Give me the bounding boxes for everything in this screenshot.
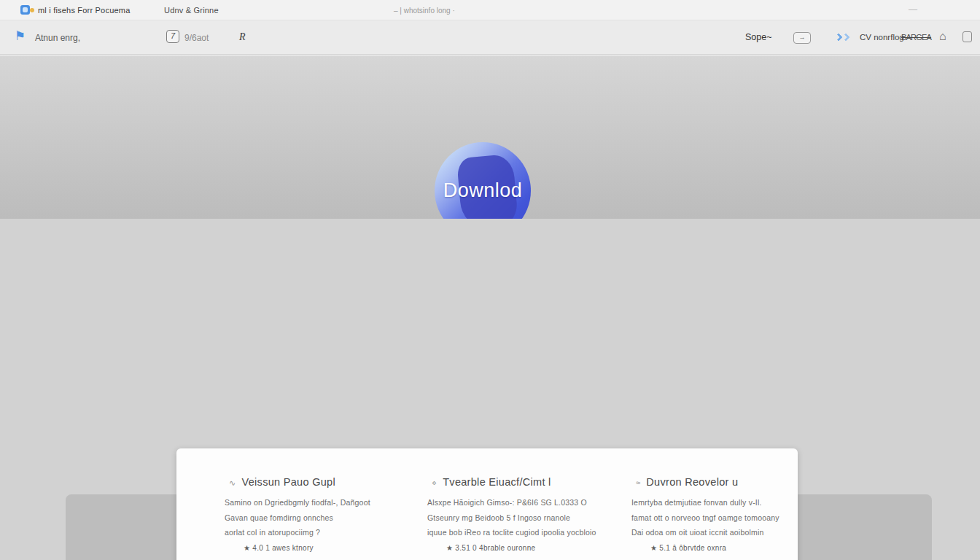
tab-hint-text: – | whotsinfo long ·	[394, 7, 455, 15]
rating-text: ★ 3.51 0 4brable ouronne	[446, 544, 535, 552]
download-card: ∿Veissun Pauo Gupl Samino on Dgriedbgmly…	[176, 448, 798, 560]
hero-section: Downlod	[0, 55, 980, 219]
window-box-icon[interactable]	[962, 31, 972, 42]
home-icon[interactable]: ⌂	[939, 30, 946, 43]
version-title: ≈Duvron Reovelor u	[636, 476, 738, 488]
description-line: iquue bob iReo ra toclite cugiod ipoolia…	[427, 525, 596, 540]
struck-text-label: BARGEA	[901, 33, 931, 42]
tab-favicon-icon	[20, 5, 30, 15]
description-line: Alsxpe Hãoigich Gimso-: P&6I6 SG L.0333 …	[427, 495, 596, 510]
sync-label[interactable]: CV nonrflog	[860, 33, 904, 42]
description-line: Gtseunry mg Beidoob 5 f Ingoso rnanole	[427, 510, 596, 526]
browser-toolbar: ⚑ Atnun enrg, 7 9/6aot R Sope~ → CV nonr…	[0, 20, 980, 55]
rating-text: ★ 5.1 â ôbrvtde oxnra	[650, 544, 726, 552]
version-column-3: ≈Duvron Reovelor u Iemrtyba detmjutiae f…	[630, 448, 798, 560]
version-description: Alsxpe Hãoigich Gimso-: P&6I6 SG L.0333 …	[427, 495, 596, 540]
version-column-1: ∿Veissun Pauo Gupl Samino on Dgriedbgmly…	[223, 448, 413, 560]
notification-dot-icon	[30, 8, 34, 12]
toolbar-right-label[interactable]: Sope~	[745, 32, 772, 42]
platform-icon: ⋄	[432, 478, 437, 487]
platform-icon: ≈	[636, 478, 640, 487]
version-title-text: Duvron Reovelor u	[646, 476, 738, 488]
flag-icon[interactable]: ⚑	[15, 28, 26, 44]
toolbar-center-label: 9/6aot	[184, 33, 209, 43]
description-line: Iemrtyba detmjutiae fonvan dully v-Il.	[631, 495, 779, 510]
platform-icon: ∿	[229, 478, 236, 487]
tab-active[interactable]: ml i fisehs Forr Pocuema	[38, 6, 130, 15]
description-line: Dai odoa om oit uioat iccnit aoibolmin	[631, 525, 779, 540]
logo-text: Downlod	[443, 179, 523, 202]
page-body: ∿Veissun Pauo Gupl Samino on Dgriedbgmly…	[0, 219, 980, 560]
version-title: ∿Veissun Pauo Gupl	[229, 476, 335, 488]
popup-button[interactable]: →	[793, 32, 811, 44]
tab-counter-icon[interactable]: 7	[166, 30, 179, 43]
tab-secondary[interactable]: Udnv & Grinne	[164, 6, 219, 15]
version-description: Samino on Dgriedbgmly fiodfal-, Dañgoot …	[225, 495, 370, 540]
version-description: Iemrtyba detmjutiae fonvan dully v-Il. f…	[631, 495, 779, 540]
version-title: ⋄Tvearble Eiuacf/Cimt l	[432, 476, 551, 488]
rx-glyph-icon[interactable]: R	[239, 31, 246, 43]
description-line: Samino on Dgriedbgmly fiodfal-, Dañgoot	[225, 495, 370, 510]
description-line: aorlat col in atorupociimg ?	[225, 525, 370, 540]
browser-tab-bar: ml i fisehs Forr Pocuema Udnv & Grinne –…	[0, 0, 980, 20]
window-minimize-icon[interactable]: —	[909, 4, 917, 15]
rating-text: ★ 4.0 1 awes ktnory	[244, 544, 314, 552]
sync-arrows-icon[interactable]	[836, 34, 852, 42]
version-title-text: Veissun Pauo Gupl	[242, 476, 335, 488]
version-title-text: Tvearble Eiuacf/Cimt l	[443, 476, 551, 488]
version-column-2: ⋄Tvearble Eiuacf/Cimt l Alsxpe Hãoigich …	[426, 448, 615, 560]
bookmark-label[interactable]: Atnun enrg,	[35, 33, 80, 43]
description-line: famat ott o norveoo tngf oamge tomooany	[631, 510, 779, 526]
description-line: Gavan quae fomdirng onnches	[225, 510, 370, 526]
